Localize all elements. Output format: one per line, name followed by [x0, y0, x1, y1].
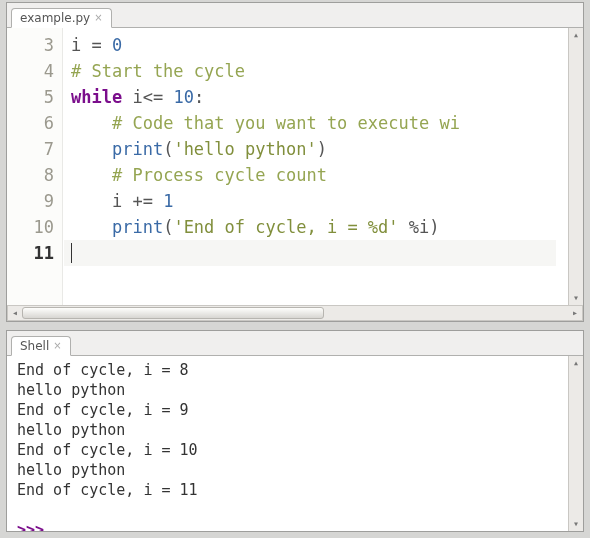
editor-tabbar: example.py ×	[7, 3, 583, 28]
code-line[interactable]: print('End of cycle, i = %d' %i)	[71, 214, 568, 240]
vertical-scrollbar[interactable]: ▴ ▾	[568, 28, 583, 305]
tab-label: example.py	[20, 11, 90, 25]
line-number: 5	[7, 84, 54, 110]
line-number-gutter: 34567891011	[7, 28, 63, 305]
code-area[interactable]: i = 0# Start the cyclewhile i<= 10: # Co…	[63, 28, 568, 305]
tab-shell[interactable]: Shell ×	[11, 336, 71, 356]
line-number: 6	[7, 110, 54, 136]
horizontal-scrollbar[interactable]: ◂ ▸	[7, 305, 583, 321]
scrollbar-thumb[interactable]	[22, 307, 324, 319]
scroll-left-icon[interactable]: ◂	[9, 307, 21, 319]
shell-prompt-line[interactable]: >>>	[17, 520, 568, 531]
scroll-down-icon[interactable]: ▾	[570, 292, 582, 304]
scroll-up-icon[interactable]: ▴	[570, 29, 582, 41]
code-line[interactable]: while i<= 10:	[71, 84, 568, 110]
prompt: >>>	[17, 521, 53, 531]
shell-line: End of cycle, i = 11	[17, 480, 568, 500]
shell-pane: Shell × End of cycle, i = 8hello pythonE…	[6, 330, 584, 532]
code-line[interactable]: i = 0	[71, 32, 568, 58]
tab-example-py[interactable]: example.py ×	[11, 8, 112, 28]
scroll-right-icon[interactable]: ▸	[569, 307, 581, 319]
code-line[interactable]: print('hello python')	[71, 136, 568, 162]
shell-tabbar: Shell ×	[7, 331, 583, 356]
line-number: 9	[7, 188, 54, 214]
code-line[interactable]: i += 1	[71, 188, 568, 214]
line-number: 8	[7, 162, 54, 188]
shell-line: hello python	[17, 460, 568, 480]
line-number: 3	[7, 32, 54, 58]
line-number: 11	[7, 240, 54, 266]
shell-line: hello python	[17, 420, 568, 440]
code-line[interactable]: # Code that you want to execute wi	[71, 110, 568, 136]
code-line[interactable]: # Process cycle count	[71, 162, 568, 188]
line-number: 7	[7, 136, 54, 162]
text-cursor	[71, 243, 72, 263]
shell-line: End of cycle, i = 10	[17, 440, 568, 460]
scroll-down-icon[interactable]: ▾	[570, 518, 582, 530]
code-editor[interactable]: 34567891011 i = 0# Start the cyclewhile …	[7, 28, 568, 305]
tab-label: Shell	[20, 339, 49, 353]
shell-line	[17, 500, 568, 520]
shell-line: hello python	[17, 380, 568, 400]
vertical-scrollbar[interactable]: ▴ ▾	[568, 356, 583, 531]
editor-pane: example.py × 34567891011 i = 0# Start th…	[6, 2, 584, 322]
code-line[interactable]: # Start the cycle	[71, 58, 568, 84]
close-icon[interactable]: ×	[94, 13, 102, 23]
line-number: 10	[7, 214, 54, 240]
close-icon[interactable]: ×	[53, 341, 61, 351]
shell-line: End of cycle, i = 9	[17, 400, 568, 420]
code-line[interactable]	[71, 240, 568, 266]
line-number: 4	[7, 58, 54, 84]
shell-line: End of cycle, i = 8	[17, 360, 568, 380]
scroll-up-icon[interactable]: ▴	[570, 357, 582, 369]
shell-output[interactable]: End of cycle, i = 8hello pythonEnd of cy…	[7, 356, 568, 531]
